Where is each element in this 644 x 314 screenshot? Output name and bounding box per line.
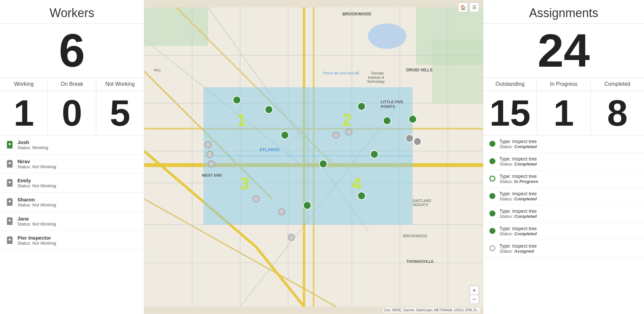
assignments-total: 24	[483, 24, 644, 78]
svg-point-82	[208, 161, 215, 167]
completed-label: Completed	[591, 78, 644, 90]
worker-status: Status: Not Working	[17, 183, 56, 188]
workers-header: Workers	[0, 0, 144, 24]
in-progress-count: 1	[537, 91, 591, 135]
assignment-type: Type: Inspect tree	[499, 139, 537, 144]
worker-name: Emily	[17, 178, 56, 183]
on-break-label: On Break	[48, 78, 96, 90]
assignment-status: Status: Completed	[499, 196, 537, 201]
assignment-item[interactable]: Type: Inspect tree Status: Completed	[483, 153, 644, 170]
worker-item[interactable]: Jane Status: Not Working	[0, 212, 144, 231]
workers-title: Workers	[0, 6, 144, 20]
svg-text:Ponce de Leon Ave NE: Ponce de Leon Ave NE	[323, 71, 360, 75]
assignment-item[interactable]: Type: Inspect tree Status: Completed	[483, 188, 644, 205]
working-count: 1	[0, 91, 48, 135]
map-zoom-controls: + −	[470, 286, 479, 304]
worker-item[interactable]: Nirav Status: Not Working	[0, 154, 144, 174]
assignment-status-dot	[489, 210, 495, 216]
assignment-item[interactable]: Type: Inspect tree Status: In Progress	[483, 170, 644, 188]
worker-status: Status: Not Working	[17, 202, 56, 207]
worker-item[interactable]: Sharon Status: Not Working	[0, 193, 144, 212]
assignment-item[interactable]: Type: Inspect tree Status: Assigned	[483, 240, 644, 257]
svg-text:Georgia: Georgia	[371, 71, 384, 75]
zoom-in-button[interactable]: +	[470, 286, 479, 295]
worker-icon	[6, 198, 13, 206]
svg-text:Technology: Technology	[367, 80, 385, 83]
assignment-status-dot	[489, 176, 495, 182]
svg-text:BROOKWOOD: BROOKWOOD	[342, 12, 371, 16]
assignment-item[interactable]: Type: Inspect tree Status: Completed	[483, 223, 644, 240]
worker-status: Status: Not Working	[17, 241, 56, 246]
svg-text:4: 4	[352, 174, 361, 193]
on-break-count: 0	[48, 91, 96, 135]
worker-icon	[6, 236, 13, 245]
svg-rect-11	[7, 185, 13, 187]
workers-total: 6	[0, 24, 144, 78]
svg-point-90	[253, 196, 259, 202]
worker-name: Nirav	[17, 159, 56, 164]
worker-item[interactable]: Pier Inspector Status: Not Working	[0, 231, 144, 250]
assignment-status-dot	[489, 141, 495, 147]
assignment-status-dot	[489, 193, 495, 199]
svg-text:HEIGHTS: HEIGHTS	[413, 203, 428, 207]
svg-rect-15	[7, 204, 13, 206]
svg-rect-3	[7, 147, 13, 148]
map-attribution: Esri, HERE, Garmin, SafeGraph, METI/NASA…	[383, 308, 480, 313]
svg-text:Institute of: Institute of	[368, 76, 384, 79]
svg-rect-6	[9, 162, 10, 164]
svg-point-94	[288, 234, 294, 241]
assignment-status-dot	[489, 158, 495, 164]
assignment-type: Type: Inspect tree	[499, 191, 537, 196]
assignment-item[interactable]: Type: Inspect tree Status: Completed	[483, 205, 644, 223]
map-container: 3 4 1 2 BROOKWOOD DRUID HILLS LITTLE FIV…	[144, 0, 483, 314]
svg-rect-10	[9, 181, 10, 183]
assignment-list: Type: Inspect tree Status: Completed Typ…	[483, 135, 644, 314]
assignment-status: Status: In Progress	[499, 179, 538, 184]
svg-text:LITTLE FIVE: LITTLE FIVE	[381, 100, 404, 104]
worker-status: Status: Not Working	[17, 222, 56, 227]
assignment-status: Status: Completed	[499, 144, 537, 149]
svg-rect-25	[144, 7, 208, 46]
svg-point-88	[406, 134, 413, 142]
svg-text:1: 1	[237, 111, 246, 129]
map-list-button[interactable]: ☰	[470, 3, 479, 12]
worker-item[interactable]: Emily Status: Not Working	[0, 174, 144, 193]
worker-icon	[6, 217, 13, 226]
svg-point-93	[358, 192, 365, 200]
svg-point-87	[345, 129, 352, 135]
svg-point-85	[281, 131, 289, 139]
svg-text:DRUID HILLS: DRUID HILLS	[406, 68, 432, 72]
assignment-item[interactable]: Type: Inspect tree Status: Completed	[483, 135, 644, 153]
svg-rect-7	[7, 166, 13, 168]
worker-name: Jane	[17, 216, 56, 222]
assignment-status-dot	[489, 228, 495, 234]
worker-status: Status: Not Working	[17, 164, 56, 169]
assignment-type: Type: Inspect tree	[499, 156, 537, 162]
working-label: Working	[0, 78, 48, 90]
svg-text:ATLANTA: ATLANTA	[259, 147, 280, 152]
assignments-panel: Assignments 24 Outstanding In Progress C…	[483, 0, 644, 314]
not-working-label: Not Working	[96, 78, 144, 90]
in-progress-label: In Progress	[537, 78, 591, 90]
svg-rect-23	[7, 243, 13, 244]
assignments-status-numbers: 15 1 8	[483, 91, 644, 135]
worker-status: Status: Working	[17, 145, 48, 150]
svg-point-79	[409, 115, 417, 123]
worker-item[interactable]: Josh Status: Working	[0, 135, 144, 154]
workers-status-header: Working On Break Not Working	[0, 78, 144, 91]
workers-panel: Workers 6 Working On Break Not Working 1…	[0, 0, 144, 314]
map-home-button[interactable]: 🏠	[458, 3, 468, 12]
map-top-controls: 🏠 ☰	[458, 3, 479, 12]
svg-text:BROOKWOOD: BROOKWOOD	[403, 234, 427, 238]
worker-icon	[6, 160, 13, 168]
zoom-out-button[interactable]: −	[470, 295, 479, 304]
assignment-type: Type: Inspect tree	[499, 243, 537, 249]
assignments-header: Assignments	[483, 0, 644, 24]
svg-point-80	[205, 141, 211, 148]
worker-list: Josh Status: Working Nirav Status: Not W…	[0, 135, 144, 314]
svg-point-81	[207, 151, 213, 158]
svg-text:2: 2	[342, 111, 352, 129]
svg-point-78	[383, 117, 391, 125]
svg-point-86	[333, 132, 339, 138]
workers-status-numbers: 1 0 5	[0, 91, 144, 135]
